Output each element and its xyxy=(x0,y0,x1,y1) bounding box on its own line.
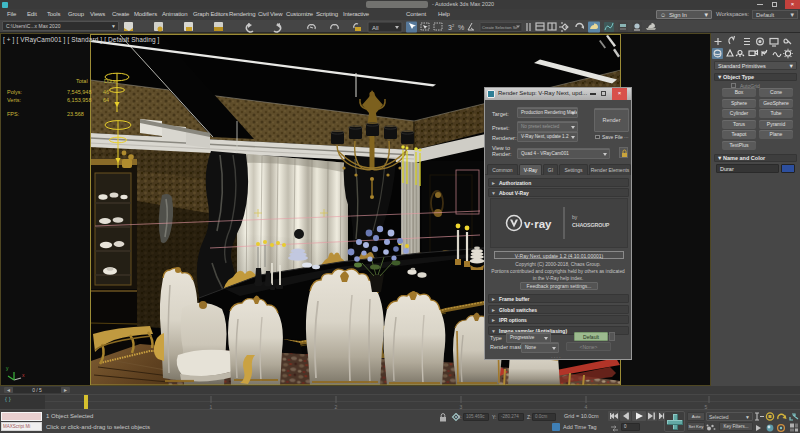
svg-text:Create Selection Se: Create Selection Se xyxy=(482,24,518,29)
svg-text:v·ray: v·ray xyxy=(524,218,552,230)
svg-text:by: by xyxy=(572,214,578,220)
svg-text:CHAOSGROUP: CHAOSGROUP xyxy=(572,222,610,228)
svg-text:All: All xyxy=(372,24,379,30)
svg-text:2: 2 xyxy=(452,23,455,28)
svg-text:%: % xyxy=(458,24,464,31)
